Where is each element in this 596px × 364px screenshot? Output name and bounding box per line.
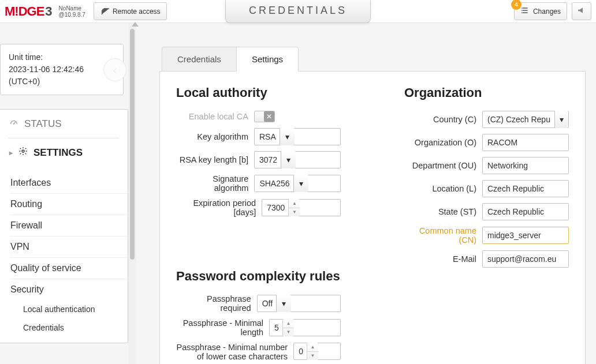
announce-button[interactable] [572,2,591,20]
nav-settings-label: SETTINGS [33,147,83,159]
department-label: Department (OU) [412,161,476,170]
nav-item-qos[interactable]: Quality of service [10,258,128,279]
svg-point-5 [22,150,24,152]
host-name: NoName [59,5,85,12]
row-email: E-Mail [404,250,569,268]
svg-point-2 [521,12,522,13]
nav-panel: STATUS ▸ SETTINGS Interfaces Routing Fir… [0,109,128,343]
nav-item-security[interactable]: Security [10,279,128,300]
nav-status-label: STATUS [24,118,62,130]
location-label: Location (L) [432,184,476,193]
organization-input[interactable] [482,134,569,151]
host-info: NoName @10.9.8.7 [59,5,85,18]
chevron-down-icon: ▾ [276,295,291,312]
sidebar-scrollbar[interactable] [128,23,136,364]
row-enable-local-ca: Enable local CA ✕ [176,111,341,122]
row-passphrase-min-length: Passphrase - Minimal length 5 ▲▼ [176,318,341,337]
location-input[interactable] [482,180,569,197]
passphrase-min-lower-input[interactable]: 0 ▲▼ [293,343,341,360]
host-address: @10.9.8.7 [59,12,85,18]
nav-group-settings[interactable]: ▸ SETTINGS [0,138,128,167]
nav-item-firewall[interactable]: Firewall [10,215,128,237]
nav-security-subitems: Local authentication Credentials [10,300,128,337]
unit-time-card: Unit time: 2023-11-06 12:42:46 (UTC+0) ‹ [0,44,124,95]
gauge-icon [9,118,18,130]
signature-algorithm-value: SHA256 [259,179,289,188]
toggle-knob: ✕ [264,111,274,122]
scroll-thumb[interactable] [130,29,135,260]
state-label: State (ST) [438,207,476,216]
changes-button[interactable]: 4 Changes [514,2,567,20]
organization-heading: Organization [404,85,569,100]
passphrase-min-lower-label: Passphrase - Minimal number of lower cas… [176,343,288,361]
enable-local-ca-toggle[interactable]: ✕ [254,111,275,122]
col-organization: Organization Country (C) (CZ) Czech Repu… [404,85,569,364]
common-name-input[interactable] [482,227,569,244]
main-content: Credentials Settings Local authority Ena… [136,23,596,364]
col-local-authority: Local authority Enable local CA ✕ Key al… [176,85,341,364]
state-input[interactable] [482,203,569,220]
nav-item-vpn[interactable]: VPN [10,237,128,258]
expiration-period-input[interactable]: 7300 ▲▼ [262,199,341,216]
sidebar: Unit time: 2023-11-06 12:42:46 (UTC+0) ‹… [0,23,136,364]
key-algorithm-select[interactable]: RSA ▾ [254,128,341,145]
password-rules-heading: Password complexity rules [176,269,341,284]
row-passphrase-required: Passphrase required Off ▾ [176,294,341,313]
caret-right-icon: ▸ [9,149,13,157]
signal-icon [100,6,109,17]
nav-item-interfaces[interactable]: Interfaces [10,172,128,194]
unit-time-value: 2023-11-06 12:42:46 [9,63,115,76]
row-expiration-period: Expiration period [days] 7300 ▲▼ [176,198,341,217]
megaphone-icon [577,6,586,17]
number-spinner[interactable]: ▲▼ [282,319,294,336]
tab-settings[interactable]: Settings [236,47,299,72]
signature-algorithm-select[interactable]: SHA256 ▾ [254,175,341,192]
passphrase-required-select[interactable]: Off ▾ [257,295,341,312]
unit-time-label: Unit time: [9,51,115,63]
nav-group-status[interactable]: STATUS [0,110,128,138]
rsa-key-length-label: RSA key length [b] [180,155,248,164]
number-spinner[interactable]: ▲▼ [307,343,318,360]
row-rsa-key-length: RSA key length [b] 3072 ▾ [176,151,341,168]
expiration-period-label: Expiration period [days] [176,198,256,217]
sidebar-collapse-button[interactable]: ‹ [103,58,126,81]
chevron-down-icon: ▾ [554,111,568,128]
passphrase-min-length-input[interactable]: 5 ▲▼ [269,319,341,336]
email-input[interactable] [482,250,569,268]
page-title: CREDENTIALS [225,0,371,23]
passphrase-min-length-label: Passphrase - Minimal length [176,318,263,337]
passphrase-min-length-value: 5 [274,323,279,332]
nav-item-credentials[interactable]: Credentials [23,318,128,337]
chevron-down-icon: ▾ [280,128,295,145]
settings-card: Local authority Enable local CA ✕ Key al… [159,71,586,364]
department-input[interactable] [482,157,569,174]
key-algorithm-value: RSA [259,132,276,141]
key-algorithm-label: Key algorithm [197,132,248,141]
nav-item-local-auth[interactable]: Local authentication [23,300,128,318]
svg-point-1 [521,10,522,10]
enable-local-ca-label: Enable local CA [189,112,248,121]
remote-access-button[interactable]: Remote access [94,2,167,20]
country-select[interactable]: (CZ) Czech Republ ▾ [482,111,569,128]
passphrase-required-label: Passphrase required [176,294,251,313]
country-label: Country (C) [433,115,476,124]
brand-logo: M ! DGE 3 [5,4,55,19]
number-spinner[interactable]: ▲▼ [288,199,300,216]
remote-access-label: Remote access [113,7,161,16]
changes-badge: 4 [511,0,522,10]
chevron-left-icon: ‹ [113,61,117,78]
gear-icon [18,147,28,159]
chevron-down-icon: ▾ [281,151,296,168]
row-state: State (ST) [404,203,569,220]
row-location: Location (L) [404,180,569,197]
changes-label: Changes [533,7,561,16]
row-country: Country (C) (CZ) Czech Republ ▾ [404,111,569,128]
logo-number: 3 [45,4,51,19]
common-name-label: Common name (CN) [404,226,476,245]
nav-item-routing[interactable]: Routing [10,194,128,215]
rsa-key-length-select[interactable]: 3072 ▾ [254,151,341,168]
local-authority-heading: Local authority [176,85,341,100]
tab-credentials[interactable]: Credentials [162,47,236,72]
organization-label: Organization (O) [415,138,476,147]
logo-letter-m: M [5,4,14,19]
